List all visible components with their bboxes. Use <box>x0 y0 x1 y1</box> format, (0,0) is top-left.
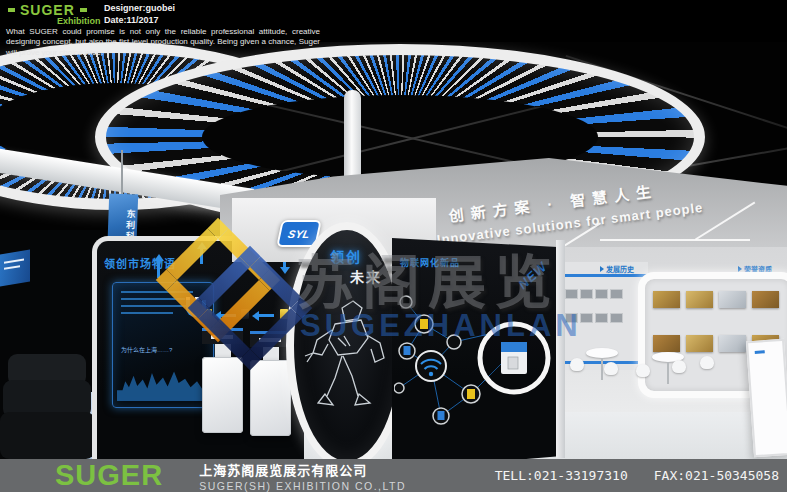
award-plaque <box>752 291 779 308</box>
city-skyline-graphic <box>117 365 209 401</box>
award-plaque <box>686 291 713 308</box>
side-door <box>746 339 787 457</box>
banner-rod <box>121 150 123 196</box>
screen-text-line <box>121 312 173 314</box>
footer-bar: SUGER 上海苏阁展览展示有限公司 SUGER(SH) EXHIBITION … <box>0 459 787 492</box>
left-blue-sign <box>0 250 30 287</box>
wall-trim <box>556 240 565 458</box>
photo-thumb <box>611 314 622 322</box>
photo-thumb <box>611 290 622 298</box>
chair <box>672 360 686 373</box>
kiosk-neck <box>263 347 279 360</box>
history-label-text: 发展历史 <box>606 264 634 274</box>
kiosk-slot <box>259 338 281 342</box>
timeline-photos <box>566 290 622 298</box>
panel-stripe <box>560 274 648 277</box>
table-top <box>586 348 618 358</box>
triangle-icon <box>600 266 604 272</box>
flow-arrow-up <box>200 248 203 264</box>
photo-thumb <box>566 290 577 298</box>
designer-label: Designer:guobei <box>104 3 175 13</box>
magnet-body <box>186 300 206 317</box>
kiosk-neck <box>215 344 231 357</box>
logo-dash-left-icon <box>8 8 15 12</box>
flow-arrow-left <box>220 314 236 317</box>
tel-label: TELL:021-33197310 <box>495 468 628 483</box>
chair <box>700 356 714 369</box>
oval-title-line1: 领创 <box>330 246 362 266</box>
chair <box>570 358 584 371</box>
photo-thumb <box>566 314 577 322</box>
kiosk-slot <box>211 335 233 339</box>
table-leg <box>601 358 603 380</box>
magnet-tip <box>186 297 190 300</box>
award-plaque <box>719 291 746 308</box>
screen-text-line <box>121 291 193 293</box>
screen-caption: 为什么在上海……? <box>121 345 172 354</box>
network-diagram <box>394 266 559 451</box>
timeline-photos <box>566 314 622 322</box>
sign-text-line <box>4 265 20 270</box>
fax-label: FAX:021-50345058 <box>654 468 779 483</box>
trash-bin-base <box>0 412 95 459</box>
device-icon-dark <box>241 309 249 319</box>
kiosk-header <box>202 328 243 344</box>
history-label: 发展历史 <box>600 264 634 274</box>
table-leg <box>667 362 669 384</box>
sign-text-line <box>4 259 24 264</box>
award-plaque <box>653 291 680 308</box>
exhibition-render: 创新方案 · 智慧人生 Innovative solutions for sma… <box>0 42 787 459</box>
chair <box>636 364 650 377</box>
wall-deco-line <box>600 239 750 241</box>
kiosk-header <box>250 331 291 347</box>
logo-subtitle: Exhibition <box>57 16 101 26</box>
display-kiosk <box>250 331 291 436</box>
chair <box>604 362 618 375</box>
footer-logo: SUGER <box>55 461 163 490</box>
photo-thumb <box>581 290 592 298</box>
logo-dash-right-icon <box>80 8 87 12</box>
company-name-cn: 上海苏阁展览展示有限公司 <box>199 460 406 479</box>
tech-screen: 为什么在上海……? <box>112 282 214 408</box>
award-plaque <box>653 335 680 352</box>
kiosk-body <box>202 357 243 433</box>
photo-thumb <box>581 314 592 322</box>
wifi-icon <box>416 351 446 381</box>
company-name-en: SUGER(SH) EXHIBITION CO.,LTD <box>199 480 406 492</box>
company-block: 上海苏阁展览展示有限公司 SUGER(SH) EXHIBITION CO.,LT… <box>199 460 406 492</box>
left-wall-title: 领创市场物语 <box>104 255 176 271</box>
kiosk-body <box>250 360 291 436</box>
photo-thumb <box>596 314 607 322</box>
award-plaque <box>719 335 746 352</box>
magnet-icon <box>186 297 206 317</box>
award-row <box>653 291 779 308</box>
screen-text-line <box>121 305 191 307</box>
new-product-ring <box>480 324 548 392</box>
photo-thumb <box>596 290 607 298</box>
promise-paragraph: What SUGER could promise is not only the… <box>6 27 320 58</box>
door-mark <box>755 350 765 354</box>
flow-arrow-left <box>258 314 274 317</box>
flow-arrow-up <box>157 260 160 278</box>
screen-text-line <box>121 298 185 300</box>
oval-display: 领创 未来 <box>286 222 408 459</box>
oval-title-line2: 未来 <box>350 266 382 286</box>
header-bar: SUGER Exhibition Designer:guobei Date:11… <box>0 0 787 42</box>
award-plaque <box>686 335 713 352</box>
contact-block: TELL:021-33197310 FAX:021-50345058 <box>495 468 779 483</box>
robot-artwork <box>302 292 392 422</box>
iot-wall-title: 物联网化新品 <box>400 256 460 269</box>
display-kiosk <box>202 328 243 433</box>
device-icon-yellow <box>204 309 212 319</box>
date-label: Date:11/2017 <box>104 15 159 25</box>
magnet-tip <box>195 297 199 300</box>
design-proposal-sheet: SUGER Exhibition Designer:guobei Date:11… <box>0 0 787 492</box>
